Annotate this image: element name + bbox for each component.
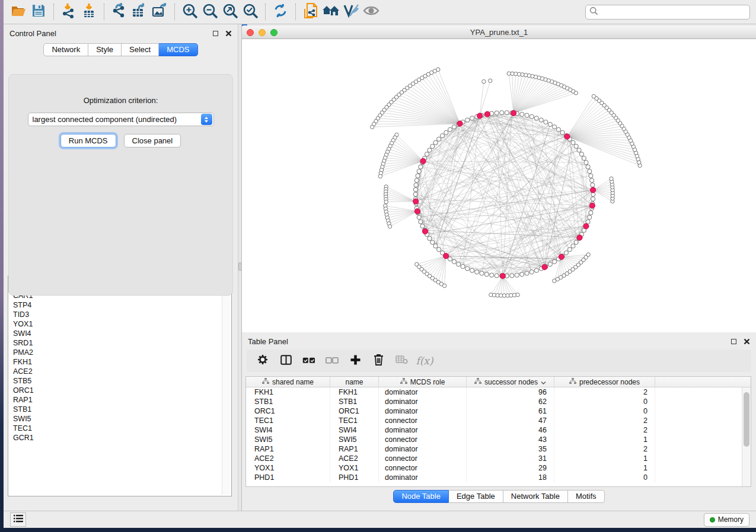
edge[interactable] bbox=[513, 84, 558, 113]
ring-node[interactable] bbox=[430, 240, 435, 244]
task-history-button[interactable] bbox=[10, 512, 26, 527]
ring-node[interactable] bbox=[428, 236, 432, 241]
ring-node[interactable] bbox=[465, 118, 470, 122]
mcds-hub-node[interactable] bbox=[414, 209, 420, 214]
column-header-shared-name[interactable]: shared name bbox=[246, 377, 330, 387]
ring-node[interactable] bbox=[452, 259, 456, 264]
ring-node[interactable] bbox=[440, 134, 444, 138]
leaf-node[interactable] bbox=[516, 293, 519, 296]
ring-node[interactable] bbox=[437, 248, 441, 252]
column-header-predecessor-nodes[interactable]: predecessor nodes bbox=[554, 377, 655, 387]
mcds-result-item[interactable]: TID3 bbox=[13, 310, 222, 319]
tab-network-table[interactable]: Network Table bbox=[503, 490, 568, 503]
edge[interactable] bbox=[387, 211, 417, 218]
ring-node[interactable] bbox=[534, 268, 538, 273]
ring-node[interactable] bbox=[525, 113, 529, 117]
mcds-hub-node[interactable] bbox=[564, 134, 570, 139]
table-scrollbar[interactable] bbox=[742, 387, 751, 486]
ring-node[interactable] bbox=[470, 116, 474, 120]
ring-node[interactable] bbox=[589, 211, 593, 215]
ring-node[interactable] bbox=[414, 178, 419, 182]
ring-node[interactable] bbox=[560, 130, 564, 134]
ring-node[interactable] bbox=[448, 127, 452, 132]
leaf-node[interactable] bbox=[388, 225, 391, 228]
function-builder-button[interactable]: f(x) bbox=[416, 352, 433, 370]
leaf-node[interactable] bbox=[592, 94, 595, 98]
table-row[interactable]: STB1STB1dominator620 bbox=[246, 397, 742, 406]
run-mcds-button[interactable]: Run MCDS bbox=[60, 134, 116, 148]
edge[interactable] bbox=[593, 179, 611, 190]
close-panel-icon[interactable] bbox=[225, 30, 232, 37]
tab-style[interactable]: Style bbox=[88, 43, 122, 56]
new-network-from-selection-button[interactable] bbox=[301, 2, 321, 21]
ring-node[interactable] bbox=[444, 130, 448, 134]
mcds-result-item[interactable]: GCR1 bbox=[13, 433, 222, 443]
ring-node[interactable] bbox=[500, 111, 504, 115]
tab-edge-table[interactable]: Edge Table bbox=[449, 490, 503, 503]
ring-node[interactable] bbox=[571, 244, 575, 248]
create-column-button[interactable] bbox=[346, 352, 364, 370]
edge[interactable] bbox=[385, 206, 417, 211]
memory-button[interactable]: Memory bbox=[704, 513, 749, 527]
ring-node[interactable] bbox=[419, 220, 423, 224]
mcds-hub-node[interactable] bbox=[422, 229, 428, 234]
zoom-fit-button[interactable] bbox=[220, 2, 240, 21]
mcds-result-item[interactable]: RAP1 bbox=[13, 395, 222, 405]
mcds-result-item[interactable]: STB1 bbox=[13, 405, 222, 414]
ring-node[interactable] bbox=[586, 165, 590, 169]
ring-node[interactable] bbox=[548, 122, 552, 126]
ring-node[interactable] bbox=[420, 224, 425, 228]
mcds-hub-node[interactable] bbox=[559, 254, 564, 259]
ring-node[interactable] bbox=[588, 215, 592, 219]
panel-splitter[interactable] bbox=[238, 24, 242, 511]
ring-node[interactable] bbox=[414, 183, 418, 187]
ring-node[interactable] bbox=[413, 188, 417, 192]
edge[interactable] bbox=[491, 276, 503, 295]
ring-node[interactable] bbox=[480, 271, 484, 275]
mcds-result-item[interactable]: FKH1 bbox=[13, 357, 222, 367]
ring-node[interactable] bbox=[589, 174, 593, 178]
mcds-hub-node[interactable] bbox=[420, 158, 426, 164]
show-hidden-button[interactable] bbox=[361, 2, 381, 21]
optimization-criterion-select[interactable]: largest connected component (undirected) bbox=[28, 113, 214, 126]
table-row[interactable]: ORC1ORC1dominator610 bbox=[246, 406, 742, 416]
close-window-traffic-light[interactable] bbox=[247, 29, 254, 36]
leaf-node[interactable] bbox=[384, 200, 388, 204]
ring-node[interactable] bbox=[457, 262, 461, 266]
edge[interactable] bbox=[416, 82, 460, 124]
maximize-window-traffic-light[interactable] bbox=[270, 29, 277, 36]
mcds-hub-node[interactable] bbox=[500, 273, 505, 278]
table-row[interactable]: ACE2ACE2connector311 bbox=[246, 454, 742, 463]
float-table-panel-icon[interactable] bbox=[731, 339, 736, 344]
close-panel-button[interactable]: Close panel bbox=[124, 134, 181, 148]
mcds-hub-node[interactable] bbox=[511, 110, 516, 116]
table-scrollbar-thumb[interactable] bbox=[744, 392, 749, 447]
delete-columns-button[interactable] bbox=[369, 352, 387, 370]
mcds-result-item[interactable]: ORC1 bbox=[13, 386, 222, 395]
ring-node[interactable] bbox=[579, 152, 583, 156]
select-all-rows-button[interactable] bbox=[300, 352, 318, 370]
ring-node[interactable] bbox=[510, 274, 514, 278]
mcds-result-item[interactable]: YOX1 bbox=[13, 319, 222, 329]
zoom-in-button[interactable] bbox=[180, 2, 200, 21]
ring-node[interactable] bbox=[428, 148, 432, 152]
edge[interactable] bbox=[513, 88, 567, 113]
edge[interactable] bbox=[389, 211, 417, 224]
tab-motifs[interactable]: Motifs bbox=[568, 490, 605, 503]
mcds-result-item[interactable]: SWI5 bbox=[13, 414, 222, 424]
column-header-MCDS-role[interactable]: MCDS role bbox=[379, 377, 467, 387]
edge[interactable] bbox=[567, 103, 601, 137]
ring-node[interactable] bbox=[495, 274, 499, 278]
edge[interactable] bbox=[393, 140, 423, 161]
leaf-node[interactable] bbox=[482, 79, 486, 83]
edge[interactable] bbox=[385, 209, 417, 211]
ring-node[interactable] bbox=[433, 244, 438, 248]
mcds-result-item[interactable]: PMA2 bbox=[13, 348, 222, 357]
table-row[interactable]: SWI4SWI4dominator462 bbox=[246, 425, 742, 435]
ring-node[interactable] bbox=[556, 127, 560, 132]
tab-network[interactable]: Network bbox=[43, 43, 88, 56]
delete-table-button[interactable] bbox=[393, 352, 410, 370]
tab-node-table[interactable]: Node Table bbox=[393, 490, 449, 503]
ring-node[interactable] bbox=[437, 137, 441, 141]
ring-node[interactable] bbox=[433, 140, 438, 145]
